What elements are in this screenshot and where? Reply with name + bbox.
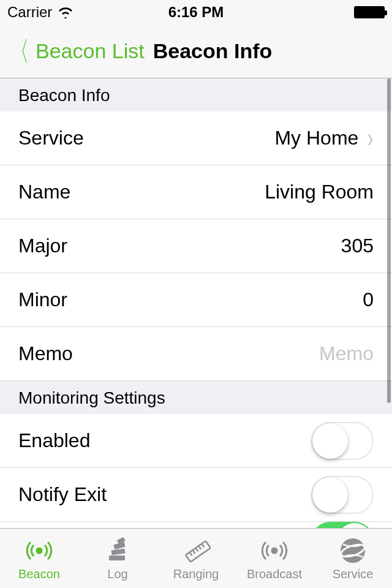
- log-icon: [103, 535, 132, 566]
- tab-beacon[interactable]: Beacon: [0, 529, 78, 588]
- svg-line-10: [202, 544, 204, 548]
- name-label: Name: [18, 181, 70, 203]
- svg-point-0: [37, 548, 42, 553]
- svg-rect-2: [111, 549, 126, 556]
- content-scroll[interactable]: Beacon Info Service My Home › Name Livin…: [0, 78, 392, 528]
- tab-log[interactable]: Log: [78, 529, 157, 588]
- status-time: 6:16 PM: [168, 4, 224, 21]
- battery-icon: [354, 6, 385, 18]
- tab-service-label: Service: [333, 567, 374, 581]
- service-value: My Home: [274, 127, 358, 149]
- service-label: Service: [18, 127, 84, 149]
- nav-bar: 〈 Beacon List Beacon Info: [0, 24, 392, 78]
- svg-point-11: [272, 548, 277, 553]
- carrier-label: Carrier: [7, 4, 52, 21]
- svg-point-12: [341, 538, 365, 563]
- memo-label: Memo: [18, 342, 73, 365]
- svg-line-7: [192, 550, 195, 554]
- back-button[interactable]: 〈 Beacon List: [6, 38, 145, 65]
- cell-service[interactable]: Service My Home ›: [0, 111, 392, 165]
- broadcast-icon: [260, 535, 289, 566]
- cell-partial-next: [0, 522, 392, 528]
- cell-minor[interactable]: Minor 0: [0, 273, 392, 327]
- partial-switch-on[interactable]: [311, 522, 374, 528]
- major-value: 305: [341, 235, 374, 257]
- tab-ranging[interactable]: Ranging: [157, 529, 235, 588]
- scroll-indicator: [387, 78, 391, 403]
- enabled-switch[interactable]: [311, 422, 374, 460]
- section-header-monitoring: Monitoring Settings: [0, 381, 392, 414]
- tab-broadcast-label: Broadcast: [247, 567, 302, 581]
- major-label: Major: [18, 235, 67, 257]
- minor-label: Minor: [18, 288, 67, 311]
- chevron-right-icon: ›: [367, 123, 374, 154]
- cell-name[interactable]: Name Living Room: [0, 165, 392, 219]
- svg-line-9: [198, 546, 201, 549]
- minor-value: 0: [363, 288, 374, 311]
- name-value: Living Room: [265, 181, 374, 203]
- back-label: Beacon List: [36, 39, 145, 63]
- cell-enabled: Enabled: [0, 414, 392, 468]
- tab-broadcast[interactable]: Broadcast: [235, 529, 314, 588]
- svg-rect-5: [186, 541, 211, 562]
- notify-exit-switch[interactable]: [311, 476, 374, 514]
- tab-service[interactable]: Service: [314, 529, 392, 588]
- notify-exit-label: Notify Exit: [18, 483, 107, 506]
- svg-line-8: [195, 548, 198, 552]
- tab-beacon-label: Beacon: [18, 567, 60, 581]
- tab-ranging-label: Ranging: [173, 567, 219, 581]
- cell-notify-exit: Notify Exit: [0, 468, 392, 522]
- tab-bar: Beacon Log Ranging Broadcast Service: [0, 528, 392, 588]
- tab-log-label: Log: [107, 567, 127, 581]
- svg-rect-1: [109, 556, 125, 560]
- svg-line-6: [190, 552, 192, 556]
- wifi-icon: [57, 6, 74, 18]
- page-title: Beacon Info: [153, 39, 273, 63]
- cell-memo[interactable]: Memo Memo: [0, 327, 392, 381]
- enabled-label: Enabled: [18, 429, 90, 452]
- memo-placeholder: Memo: [319, 342, 374, 365]
- beacon-icon: [24, 535, 54, 566]
- status-bar: Carrier 6:16 PM: [0, 0, 392, 24]
- chevron-left-icon: 〈: [10, 38, 29, 65]
- cell-major[interactable]: Major 305: [0, 219, 392, 273]
- ranging-icon: [181, 535, 211, 566]
- section-header-info: Beacon Info: [0, 78, 392, 111]
- service-icon: [338, 535, 368, 566]
